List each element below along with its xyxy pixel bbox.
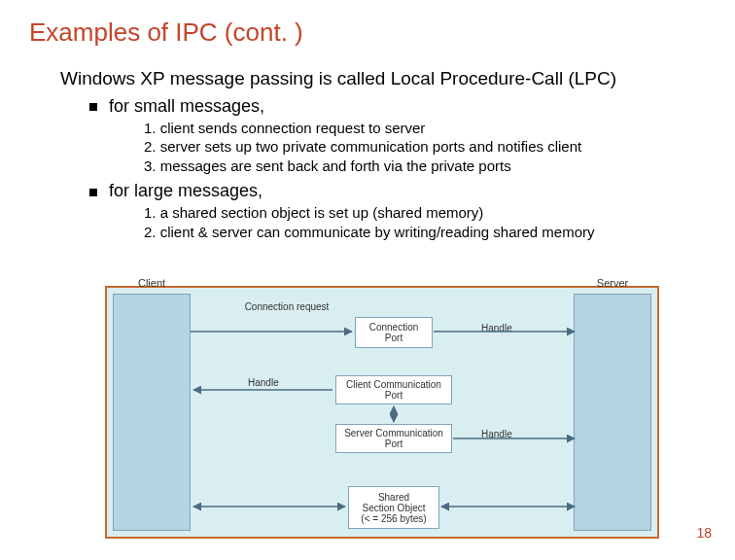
page-number: 18	[696, 525, 712, 541]
bullet-small-messages: for small messages,	[89, 96, 735, 117]
numbered-list-small: 1. client sends connection request to se…	[144, 119, 735, 176]
bullet-square-icon	[89, 103, 97, 111]
list-item: 2. server sets up two private communicat…	[144, 137, 735, 157]
slide-content: Windows XP message passing is called Loc…	[60, 67, 735, 241]
slide-title: Examples of IPC (cont. )	[29, 18, 735, 48]
list-item: 1. a shared section object is set up (sh…	[144, 203, 735, 223]
bullet-large-messages: for large messages,	[89, 181, 735, 201]
list-item: 1. client sends connection request to se…	[144, 119, 735, 138]
diagram-pane: Client Server Connection Port Client Com…	[107, 288, 657, 537]
bullet-text: for large messages,	[109, 181, 262, 200]
list-item: 3. messages are sent back and forth via …	[144, 157, 735, 176]
intro-paragraph: Windows XP message passing is called Loc…	[60, 67, 682, 90]
bullet-text: for small messages,	[109, 96, 264, 116]
list-item: 2. client & server can communicate by wr…	[144, 223, 735, 242]
bullet-square-icon	[89, 189, 97, 196]
numbered-list-large: 1. a shared section object is set up (sh…	[144, 203, 735, 241]
diagram-arrows	[107, 288, 657, 537]
lpc-diagram: Client Server Connection Port Client Com…	[105, 286, 659, 539]
